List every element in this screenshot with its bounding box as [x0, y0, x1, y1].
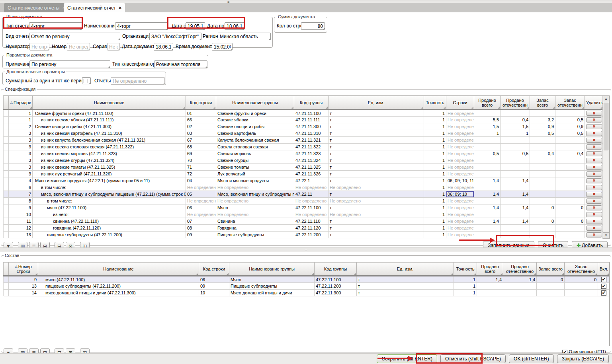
top-splitter[interactable]: ≡: [0, 0, 612, 3]
cell-order[interactable]: 3: [9, 150, 33, 157]
spec-row[interactable]: 8в том числе:Не определеноНе определеноН…: [4, 198, 603, 204]
cell-stock_dom[interactable]: [555, 157, 585, 164]
cell-order[interactable]: 10: [9, 211, 33, 218]
cell-code[interactable]: 68: [186, 144, 216, 150]
delete-row-button[interactable]: ✖: [586, 151, 602, 156]
cell-group[interactable]: Мясо, включая птицу и субпродукты пи: [216, 191, 294, 198]
delete-row-button[interactable]: ✖: [586, 212, 602, 217]
cell-name[interactable]: из него:: [33, 211, 186, 218]
cell-gcode[interactable]: Не определено: [294, 184, 328, 191]
cell-stock_dom[interactable]: 0: [555, 218, 585, 225]
cell-sold_total[interactable]: [477, 290, 503, 296]
cell-sold_total[interactable]: [474, 184, 501, 191]
cell-sold_dom[interactable]: 1,4: [501, 191, 530, 198]
cell-sold_dom[interactable]: [501, 232, 530, 238]
cell-stock_dom[interactable]: [555, 191, 585, 198]
cell-group[interactable]: Не определено: [216, 184, 294, 191]
column-header[interactable]: Код строки: [199, 263, 229, 276]
spec-row[interactable]: 3из них свежая морковь (47.21.11.323)69С…: [4, 150, 603, 157]
column-header[interactable]: △Номер строки: [9, 263, 38, 276]
cell-unit[interactable]: т: [328, 130, 424, 137]
column-header[interactable]: Запас всего: [537, 263, 565, 276]
report-kind-input[interactable]: [29, 33, 120, 40]
cell-name[interactable]: из них свежая морковь (47.21.11.323): [33, 150, 186, 157]
column-header[interactable]: Наименование: [33, 96, 186, 110]
cell-stock_total[interactable]: [537, 290, 565, 296]
cell-name[interactable]: из них свежие огурцы (47.21.11.324): [33, 157, 186, 164]
column-header[interactable]: Ед. изм.: [328, 96, 424, 110]
spec-row[interactable]: 10из него:Не определеноНе определеноНе о…: [4, 211, 603, 218]
cell-stock_dom[interactable]: [555, 137, 585, 144]
delete-row-button[interactable]: ✖: [586, 171, 602, 177]
cell-sold_dom[interactable]: [501, 144, 530, 150]
cell-gcode[interactable]: 47.22.11.120: [294, 225, 328, 232]
cell-sold_total[interactable]: 1,4: [474, 177, 501, 184]
spec-row[interactable]: 13пищевые субпродукты (47.22.11.200)09Пи…: [4, 232, 603, 238]
date-from-input[interactable]: [186, 22, 205, 30]
cell-sold_total[interactable]: [474, 164, 501, 171]
cell-stock_total[interactable]: [530, 171, 555, 177]
column-header[interactable]: Удалить: [585, 96, 603, 110]
spec-row[interactable]: 3из них свежие томаты (47.21.11.325)71Св…: [4, 164, 603, 171]
cell-sold_dom[interactable]: [501, 211, 530, 218]
cell-group[interactable]: Пищевые субпродукты: [229, 283, 315, 290]
spec-row[interactable]: 11свинина (47.22.11.110)07Свинина47.22.1…: [4, 218, 603, 225]
tab-statistical-reports[interactable]: Статистические отчеты ×: [4, 3, 69, 12]
cell-code[interactable]: 66: [186, 117, 216, 123]
cell-stock_dom[interactable]: [555, 225, 585, 232]
cell-gcode[interactable]: Не определено: [294, 198, 328, 204]
cell-strokes[interactable]: Не определено: [446, 211, 474, 218]
cell-unit[interactable]: т: [328, 123, 424, 130]
row-count-input[interactable]: [301, 22, 325, 30]
cell-unit[interactable]: т: [328, 137, 424, 144]
scroll-up-icon[interactable]: ▲: [603, 96, 609, 102]
cell-name[interactable]: Мясо и мясные продукты (47.22.1) (сумма …: [33, 177, 186, 184]
cell-gcode[interactable]: 47.21.11.326: [294, 171, 328, 177]
column-header[interactable]: Продано отечественно: [503, 263, 537, 276]
cell-prec[interactable]: 1: [424, 191, 446, 198]
cell-stock_total[interactable]: [530, 211, 555, 218]
reports-input[interactable]: [111, 77, 165, 85]
cell-stock_dom[interactable]: [555, 211, 585, 218]
cell-stock_total[interactable]: [530, 177, 555, 184]
numerator-input[interactable]: [29, 43, 49, 51]
cell-gcode[interactable]: 47.22.11.100: [294, 204, 328, 211]
cell-sold_total[interactable]: [474, 211, 501, 218]
column-header[interactable]: Вкл.: [598, 263, 610, 276]
cell-gcode[interactable]: 47.21.11.310: [294, 130, 328, 137]
spec-row[interactable]: 3из них свежие огурцы (47.21.11.324)70Св…: [4, 157, 603, 164]
cell-group[interactable]: Лук репчатый: [216, 171, 294, 177]
cell-stock_dom[interactable]: 0: [565, 276, 598, 283]
cell-group[interactable]: Свежая морковь: [216, 150, 294, 157]
spec-row[interactable]: 2Свежие овощи и грибы (47.21.11.300)02Св…: [4, 123, 603, 130]
cell-sold_total[interactable]: 1: [474, 130, 501, 137]
cell-sold_dom[interactable]: [501, 184, 530, 191]
cell-stock_dom[interactable]: [565, 290, 598, 296]
cell-sold_dom[interactable]: [501, 225, 530, 232]
column-header[interactable]: Код строки: [186, 96, 216, 110]
cell-stock_dom[interactable]: [555, 171, 585, 177]
sostav-row[interactable]: 9мясо (47.22.11.100)06Мясо47.22.11.100т1…: [4, 276, 610, 283]
cell-name[interactable]: мясо, включая птицу и субпродукты пищевы…: [33, 191, 186, 198]
cell-sold_total[interactable]: [477, 283, 503, 290]
cell-sold_dom[interactable]: [501, 198, 530, 204]
cell-name[interactable]: говядина (47.22.11.120): [33, 225, 186, 232]
cell-order[interactable]: 13: [9, 232, 33, 238]
cell-name[interactable]: из них свекла столовая свежая (47.21.11.…: [33, 144, 186, 150]
cell-sold_dom[interactable]: 0,4: [501, 117, 530, 123]
cell-prec[interactable]: 1: [424, 144, 446, 150]
delete-row-button[interactable]: ✖: [586, 117, 602, 123]
cell-code[interactable]: 06: [199, 276, 229, 283]
cell-strokes[interactable]: 06; 09; 10: [446, 191, 474, 198]
cell-order[interactable]: 9: [9, 204, 33, 211]
cell-sold_dom[interactable]: [501, 157, 530, 164]
delete-row-button[interactable]: ✖: [586, 158, 602, 163]
cell-code[interactable]: 70: [186, 157, 216, 164]
cell-strokes[interactable]: Не определено: [446, 117, 474, 123]
cell-stock_total[interactable]: 3,2: [530, 117, 555, 123]
cell-sold_dom[interactable]: 1,4: [501, 204, 530, 211]
cell-sold_total[interactable]: [474, 171, 501, 177]
cell-sold_dom[interactable]: [501, 137, 530, 144]
cell-gcode[interactable]: Не определено: [294, 211, 328, 218]
cell-unit[interactable]: т: [328, 110, 424, 117]
